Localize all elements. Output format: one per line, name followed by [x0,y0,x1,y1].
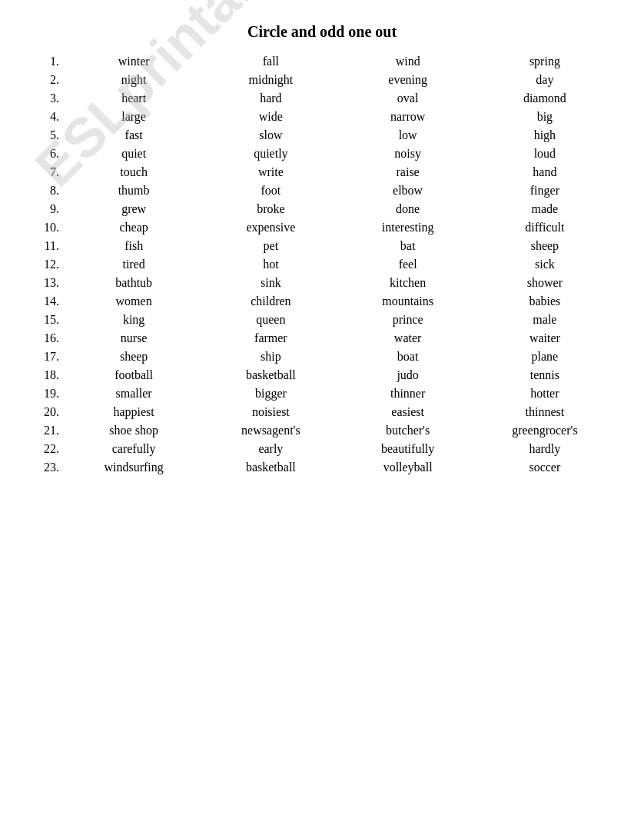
row-number: 21. [31,424,65,437]
row-number: 10. [31,221,65,235]
table-row: 17.sheepshipboatplane [31,350,613,364]
row-cell: oval [340,91,476,105]
row-cell: thumb [65,184,202,198]
table-row: 7.touchwriteraisehand [31,165,613,179]
row-cell: babies [476,294,613,308]
row-cell: hotter [476,387,613,401]
row-cell: feel [340,258,476,271]
row-cell: midnight [202,73,339,87]
row-cell: quietly [202,147,339,161]
table-row: 14.womenchildrenmountainsbabies [31,294,613,308]
row-number: 7. [31,165,65,179]
row-cell: smaller [65,387,202,401]
row-cell: farmer [202,331,339,345]
row-number: 12. [31,258,65,271]
row-cell: boat [340,350,476,364]
table-row: 21.shoe shopnewsagent'sbutcher'sgreengro… [31,424,613,437]
row-cell: basketball [202,461,339,474]
row-cell: fall [202,55,339,68]
row-cell: bigger [202,387,339,401]
row-cell: grew [65,202,202,216]
row-number: 11. [31,239,65,253]
row-cell: sink [202,276,339,290]
row-cell: large [65,110,202,124]
row-cell: loud [476,147,613,161]
row-cell: nurse [65,331,202,345]
row-number: 13. [31,276,65,290]
row-cell: hand [476,165,613,179]
row-cell: cheap [65,221,202,235]
table-row: 23.windsurfingbasketballvolleyballsoccer [31,461,613,474]
page-title: Circle and odd one out [31,23,613,41]
row-cell: plane [476,350,613,364]
table-row: 16.nursefarmerwaterwaiter [31,331,613,345]
row-cell: write [202,165,339,179]
worksheet: 1.winterfallwindspring2.nightmidnighteve… [31,55,613,474]
table-row: 19.smallerbiggerthinnerhotter [31,387,613,401]
row-cell: bathtub [65,276,202,290]
row-cell: hot [202,258,339,271]
row-cell: hardly [476,442,613,456]
row-number: 18. [31,368,65,382]
table-row: 15.kingqueenprincemale [31,313,613,327]
row-cell: male [476,313,613,327]
row-cell: shoe shop [65,424,202,437]
row-cell: broke [202,202,339,216]
row-cell: evening [340,73,476,87]
row-cell: newsagent's [202,424,339,437]
row-cell: prince [340,313,476,327]
row-cell: early [202,442,339,456]
row-cell: quiet [65,147,202,161]
row-cell: noisy [340,147,476,161]
row-number: 20. [31,405,65,419]
row-cell: spring [476,55,613,68]
table-row: 5.fastslowlowhigh [31,128,613,142]
table-row: 13.bathtubsinkkitchenshower [31,276,613,290]
row-cell: ship [202,350,339,364]
row-cell: sick [476,258,613,271]
row-cell: waiter [476,331,613,345]
row-number: 1. [31,55,65,68]
row-cell: water [340,331,476,345]
row-cell: wind [340,55,476,68]
row-cell: expensive [202,221,339,235]
row-cell: judo [340,368,476,382]
row-cell: elbow [340,184,476,198]
row-number: 16. [31,331,65,345]
table-row: 4.largewidenarrowbig [31,110,613,124]
row-number: 14. [31,294,65,308]
row-cell: hard [202,91,339,105]
row-cell: shower [476,276,613,290]
row-cell: diamond [476,91,613,105]
row-number: 9. [31,202,65,216]
row-cell: beautifully [340,442,476,456]
row-number: 22. [31,442,65,456]
table-row: 2.nightmidnighteveningday [31,73,613,87]
row-cell: kitchen [340,276,476,290]
row-cell: finger [476,184,613,198]
table-row: 11.fishpetbatsheep [31,239,613,253]
row-cell: night [65,73,202,87]
table-row: 1.winterfallwindspring [31,55,613,68]
row-cell: football [65,368,202,382]
row-cell: foot [202,184,339,198]
row-cell: low [340,128,476,142]
row-number: 3. [31,91,65,105]
row-number: 17. [31,350,65,364]
row-cell: done [340,202,476,216]
row-cell: sheep [65,350,202,364]
row-number: 15. [31,313,65,327]
row-cell: touch [65,165,202,179]
row-cell: fish [65,239,202,253]
row-cell: wide [202,110,339,124]
table-row: 12.tiredhotfeelsick [31,258,613,271]
row-cell: made [476,202,613,216]
row-cell: thinner [340,387,476,401]
row-cell: greengrocer's [476,424,613,437]
row-cell: day [476,73,613,87]
row-cell: difficult [476,221,613,235]
row-number: 6. [31,147,65,161]
row-number: 23. [31,461,65,474]
row-cell: king [65,313,202,327]
row-cell: fast [65,128,202,142]
